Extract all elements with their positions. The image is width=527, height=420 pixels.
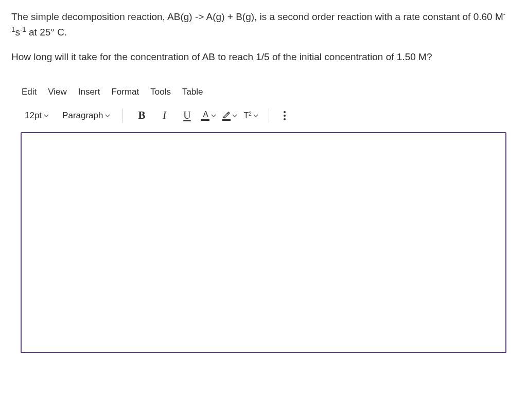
italic-icon: I bbox=[163, 109, 166, 122]
menu-table[interactable]: Table bbox=[182, 87, 203, 97]
menu-format[interactable]: Format bbox=[111, 87, 139, 97]
menu-edit[interactable]: Edit bbox=[22, 87, 37, 97]
chevron-down-icon bbox=[232, 113, 237, 118]
question-paragraph-2: How long will it take for the concentrat… bbox=[11, 49, 516, 64]
menu-tools[interactable]: Tools bbox=[150, 87, 171, 97]
superscript-button[interactable]: T2 bbox=[242, 111, 259, 120]
editor-textarea[interactable] bbox=[21, 132, 506, 353]
chevron-down-icon bbox=[211, 113, 216, 118]
question-text: The simple decomposition reaction, AB(g)… bbox=[11, 9, 516, 64]
paragraph-style-label: Paragraph bbox=[62, 111, 103, 121]
menu-view[interactable]: View bbox=[48, 87, 67, 97]
font-size-selector[interactable]: 12pt bbox=[22, 108, 52, 123]
menu-insert[interactable]: Insert bbox=[78, 87, 100, 97]
toolbar-divider bbox=[122, 108, 123, 123]
text-color-button[interactable]: A bbox=[200, 111, 217, 121]
italic-button[interactable]: I bbox=[155, 106, 173, 125]
text-color-icon: A bbox=[201, 111, 209, 121]
toolbar: 12pt Paragraph B I U A bbox=[21, 104, 506, 132]
chevron-down-icon bbox=[253, 113, 258, 118]
chevron-down-icon bbox=[105, 113, 110, 118]
bold-icon: B bbox=[138, 109, 145, 122]
underline-button[interactable]: U bbox=[178, 106, 196, 125]
underline-icon: U bbox=[183, 109, 190, 121]
toolbar-divider bbox=[269, 108, 269, 123]
paragraph-style-selector[interactable]: Paragraph bbox=[59, 108, 113, 123]
question-paragraph-1: The simple decomposition reaction, AB(g)… bbox=[11, 9, 516, 40]
more-options-button[interactable] bbox=[278, 108, 291, 123]
highlight-icon bbox=[222, 111, 231, 121]
chevron-down-icon bbox=[44, 113, 49, 118]
font-size-label: 12pt bbox=[25, 111, 42, 121]
superscript-icon: T2 bbox=[243, 111, 251, 120]
menu-bar: Edit View Insert Format Tools Table bbox=[21, 84, 506, 104]
rich-text-editor: Edit View Insert Format Tools Table 12pt… bbox=[11, 84, 516, 353]
bold-button[interactable]: B bbox=[132, 106, 151, 125]
highlight-color-button[interactable] bbox=[221, 111, 238, 121]
